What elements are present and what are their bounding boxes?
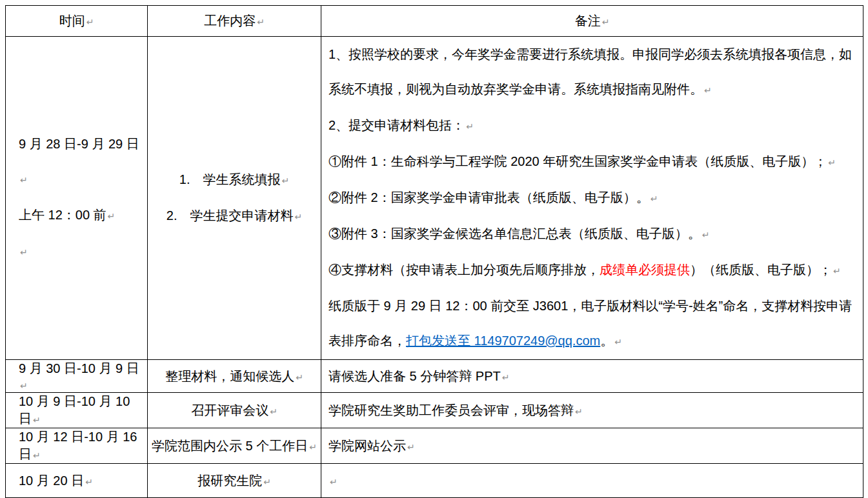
time-entry: 9 月 28 日-9 月 29 日↵: [19, 126, 145, 197]
time-entry: 9 月 30 日-10 月 9 日↵: [19, 360, 145, 392]
pilcrow-mark: ↵: [702, 230, 710, 240]
work-entry: 2. 学生提交申请材料↵: [150, 198, 318, 234]
time-entry-text: 10 月 20 日: [19, 473, 84, 488]
remark-paragraph: 学院研究生奖助工作委员会评审，现场答辩↵: [328, 402, 858, 419]
time-entry: 10 月 12 日-10 月 16 日↵: [19, 428, 145, 463]
remark-cell: ↵: [321, 464, 863, 498]
remark-text: ③附件 3：国家奖学金候选名单信息汇总表（纸质版、电子版）。: [328, 226, 701, 241]
work-entry-text: 报研究生院: [197, 473, 262, 488]
pilcrow-mark: ↵: [704, 85, 712, 95]
time-cell: 9 月 30 日-10 月 9 日↵: [6, 360, 148, 393]
header-label-work: 工作内容: [204, 14, 256, 28]
pilcrow-mark: ↵: [263, 477, 271, 487]
work-entry: 召开评审会议↵: [150, 402, 318, 419]
header-label-remarks: 备注: [575, 14, 601, 28]
remark-text: 请候选人准备 5 分钟答辩 PPT: [328, 369, 501, 383]
remark-text: ）（纸质版、电子版）；: [690, 263, 832, 277]
remark-text: 2、提交申请材料包括：: [328, 118, 465, 132]
remark-paragraph: ②附件 2：国家奖学金申请审批表（纸质版、电子版）。↵: [328, 180, 858, 216]
table-row: 9 月 30 日-10 月 9 日↵整理材料，通知候选人↵请候选人准备 5 分钟…: [6, 360, 863, 393]
pilcrow-mark: ↵: [20, 175, 28, 185]
remark-paragraph: 请候选人准备 5 分钟答辩 PPT↵: [328, 368, 858, 385]
header-cell-remarks: 备注↵: [321, 6, 863, 37]
table-row: 10 月 12 日-10 月 16 日↵学院范围内公示 5 个工作日↵学院网站公…: [6, 428, 863, 464]
header-label-time: 时间: [59, 14, 85, 28]
work-cell: 学院范围内公示 5 个工作日↵: [148, 428, 321, 464]
pilcrow-mark: ↵: [86, 17, 94, 27]
pilcrow-mark: ↵: [651, 194, 658, 204]
pilcrow-mark: ↵: [20, 381, 28, 391]
pilcrow-mark: ↵: [257, 17, 265, 27]
remark-cell: 学院研究生奖助工作委员会评审，现场答辩↵: [321, 393, 863, 428]
work-entry-text: 学院范围内公示 5 个工作日: [152, 439, 308, 453]
time-entry: 10 月 9 日-10 月 10 日↵: [19, 393, 145, 428]
email-link[interactable]: 打包发送至 1149707249@qq.com: [406, 334, 600, 348]
work-entry: 1. 学生系统填报↵: [150, 162, 318, 198]
time-entry-text: 9 月 28 日-9 月 29 日: [19, 137, 139, 151]
pilcrow-mark: ↵: [33, 415, 41, 425]
work-cell: 召开评审会议↵: [148, 393, 321, 428]
work-cell: 报研究生院↵: [148, 464, 321, 498]
work-entry: 整理材料，通知候选人↵: [150, 368, 318, 385]
table-row: 10 月 9 日-10 月 10 日↵召开评审会议↵学院研究生奖助工作委员会评审…: [6, 393, 863, 428]
remark-text: ②附件 2：国家奖学金申请审批表（纸质版、电子版）。: [328, 190, 649, 204]
time-entry-text: 上午 12：00 前: [19, 208, 106, 222]
table-row: 9 月 28 日-9 月 29 日↵上午 12：00 前↵↵1. 学生系统填报↵…: [6, 37, 863, 360]
table-body: 9 月 28 日-9 月 29 日↵上午 12：00 前↵↵1. 学生系统填报↵…: [6, 37, 863, 498]
pilcrow-mark: ↵: [108, 211, 116, 221]
time-cell: 9 月 28 日-9 月 29 日↵上午 12：00 前↵↵: [6, 37, 148, 360]
time-entry: ↵: [19, 234, 145, 270]
pilcrow-mark: ↵: [407, 442, 415, 452]
remark-cell: 学院网站公示↵: [321, 428, 863, 464]
header-cell-time: 时间↵: [6, 6, 148, 37]
remark-paragraph: 1、按照学校的要求，今年奖学金需要进行系统填报。申报同学必须去系统填报各项信息，…: [328, 37, 858, 108]
work-cell: 1. 学生系统填报↵2. 学生提交申请材料↵: [148, 37, 321, 360]
document-page: 时间↵ 工作内容↵ 备注↵ 9 月 28 日-9 月 29 日↵上午 12：00…: [5, 5, 863, 498]
remark-cell: 1、按照学校的要求，今年奖学金需要进行系统填报。申报同学必须去系统填报各项信息，…: [321, 37, 863, 360]
pilcrow-mark: ↵: [294, 212, 302, 222]
remark-text: 1、按照学校的要求，今年奖学金需要进行系统填报。申报同学必须去系统填报各项信息，…: [328, 47, 852, 96]
time-cell: 10 月 9 日-10 月 10 日↵: [6, 393, 148, 428]
work-entry-text: 整理材料，通知候选人: [165, 369, 294, 383]
remark-paragraph: ↵: [328, 473, 858, 488]
pilcrow-mark: ↵: [85, 477, 93, 487]
header-row: 时间↵ 工作内容↵ 备注↵: [6, 6, 863, 37]
work-entry-text: 召开评审会议: [191, 403, 268, 417]
time-entry-text: 9 月 30 日-10 月 9 日: [19, 361, 139, 375]
pilcrow-mark: ↵: [575, 406, 583, 417]
remark-paragraph: ④支撑材料（按申请表上加分项先后顺序排放，成绩单必须提供）（纸质版、电子版）；↵: [328, 252, 858, 288]
remark-paragraph: ③附件 3：国家奖学金候选名单信息汇总表（纸质版、电子版）。↵: [328, 216, 858, 252]
work-entry-text: 2. 学生提交申请材料: [167, 208, 294, 223]
remark-text: 。: [600, 334, 613, 348]
time-entry: 10 月 20 日↵: [19, 472, 145, 490]
pilcrow-mark: ↵: [20, 247, 28, 257]
remark-text: ④支撑材料（按申请表上加分项先后顺序排放，: [328, 263, 600, 277]
pilcrow-mark: ↵: [33, 450, 41, 461]
pilcrow-mark: ↵: [828, 157, 836, 168]
table-header: 时间↵ 工作内容↵ 备注↵: [6, 6, 863, 37]
remark-paragraph: 2、提交申请材料包括：↵: [328, 108, 858, 144]
remark-text: 学院网站公示: [328, 439, 406, 453]
remark-paragraph: ①附件 1：生命科学与工程学院 2020 年研究生国家奖学金申请表（纸质版、电子…: [328, 144, 858, 180]
pilcrow-mark: ↵: [502, 372, 510, 383]
pilcrow-mark: ↵: [270, 406, 278, 417]
remark-text: 学院研究生奖助工作委员会评审，现场答辩: [328, 403, 574, 417]
pilcrow-mark: ↵: [466, 121, 474, 132]
table-row: 10 月 20 日↵报研究生院↵↵: [6, 464, 863, 498]
pilcrow-mark: ↵: [296, 372, 303, 383]
schedule-table: 时间↵ 工作内容↵ 备注↵ 9 月 28 日-9 月 29 日↵上午 12：00…: [5, 5, 863, 498]
remark-text: ①附件 1：生命科学与工程学院 2020 年研究生国家奖学金申请表（纸质版、电子…: [328, 154, 827, 168]
red-emphasis-text: 成绩单必须提供: [600, 263, 690, 277]
work-entry: 学院范围内公示 5 个工作日↵: [150, 437, 318, 455]
time-entry: 上午 12：00 前↵: [19, 197, 145, 234]
remark-paragraph: 学院网站公示↵: [328, 437, 858, 455]
pilcrow-mark: ↵: [281, 175, 289, 186]
pilcrow-mark: ↵: [309, 442, 317, 452]
time-cell: 10 月 12 日-10 月 16 日↵: [6, 428, 148, 464]
header-cell-work: 工作内容↵: [148, 6, 321, 37]
pilcrow-mark: ↵: [833, 266, 841, 276]
pilcrow-mark: ↵: [614, 337, 622, 347]
pilcrow-mark: ↵: [602, 17, 610, 27]
work-cell: 整理材料，通知候选人↵: [148, 360, 321, 393]
work-entry-text: 1. 学生系统填报: [179, 172, 281, 186]
